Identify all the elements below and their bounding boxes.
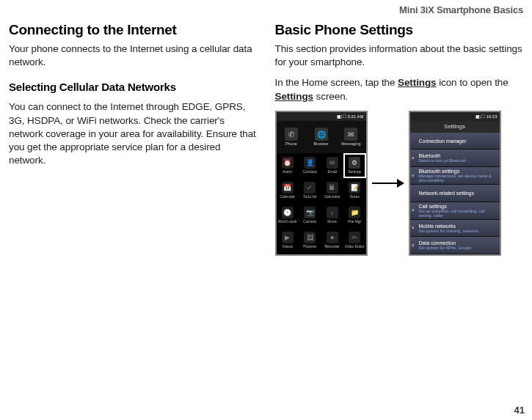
figure-row: 3:21 AM ✆Phone🌐Browser✉Messaging ⏰Alarm👤… — [275, 111, 524, 256]
clock-text: 19:23 — [486, 114, 497, 119]
app-label: Calculator — [324, 194, 340, 199]
app-label: World clock — [278, 219, 297, 224]
settings-keyword: Settings — [398, 77, 436, 88]
right-column: Basic Phone Settings This section provid… — [275, 22, 524, 256]
app-cell[interactable]: 📁File Mgr — [343, 203, 366, 228]
left-column: Connecting to the Internet Your phone co… — [9, 22, 258, 256]
settings-app-icon-highlighted[interactable]: ⚙Settings — [343, 153, 366, 178]
app-cell[interactable]: 📷Camera — [299, 203, 321, 228]
para-cellular-networks: You can connect to the Internet through … — [9, 100, 258, 167]
settings-item[interactable]: Mobile networksSet options for roaming, … — [410, 220, 500, 237]
app-cell[interactable]: 🕑World clock — [277, 203, 299, 228]
app-label: Contacts — [302, 169, 317, 174]
notes-icon: 📝 — [349, 182, 360, 194]
app-label: File Mgr — [348, 219, 361, 224]
world-clock-icon: 🕑 — [282, 207, 294, 218]
app-label: Calendar — [280, 194, 295, 199]
app-label: Alarm — [283, 169, 292, 174]
app-cell[interactable]: 🖼Pictures — [299, 228, 321, 253]
app-label: Messaging — [341, 141, 361, 146]
settings-list: Connection managerBluetoothSelect to tur… — [410, 133, 500, 254]
app-cell[interactable]: ▶Videos — [277, 228, 299, 253]
browser-icon: 🌐 — [315, 128, 328, 141]
app-cell[interactable]: ♪Music — [321, 203, 344, 228]
settings-item[interactable]: Call settingsSet up voicemail, call forw… — [410, 202, 500, 220]
calculator-icon: 🖩 — [327, 182, 338, 194]
recorder-icon: ● — [327, 232, 338, 243]
status-bar: 19:23 — [410, 112, 500, 121]
app-label: Todo list — [303, 194, 316, 199]
signal-icon — [337, 114, 341, 119]
home-top-item[interactable]: ✆Phone — [277, 128, 307, 146]
settings-item-title: Data connection — [419, 240, 497, 246]
app-label: Music — [327, 219, 337, 224]
app-cell[interactable]: ●Recorder — [321, 228, 344, 253]
app-label: Browser — [313, 141, 328, 146]
status-bar: 3:21 AM — [277, 112, 366, 121]
app-label: Pictures — [303, 244, 316, 248]
clock-text: 3:21 AM — [347, 114, 363, 119]
calendar-icon: 📅 — [282, 182, 294, 194]
para-settings-instruction: In the Home screen, tap the Settings ico… — [275, 76, 524, 103]
para-settings-intro: This section provides information about … — [275, 43, 524, 69]
app-cell[interactable]: ✂Video Editor — [343, 228, 366, 253]
settings-item-subtitle: Set options for roaming, networks — [419, 229, 497, 233]
app-cell[interactable]: ⏰Alarm — [277, 153, 299, 178]
text-fragment: icon to open the — [437, 77, 509, 88]
app-cell[interactable]: 🖩Calculator — [321, 178, 344, 203]
app-cell[interactable]: 📅Calendar — [277, 178, 299, 203]
settings-item-title: Call settings — [419, 204, 497, 209]
app-cell[interactable]: 👤Contacts — [299, 153, 321, 178]
messaging-icon: ✉ — [344, 128, 357, 141]
app-label: Video Editor — [345, 244, 365, 248]
settings-item-subtitle: Manage connections, set device name & di… — [419, 174, 497, 183]
settings-item[interactable]: Network-related settings — [410, 185, 500, 202]
app-label: Phone — [285, 141, 297, 146]
home-top-item[interactable]: ✉Messaging — [336, 128, 366, 146]
settings-item[interactable]: Connection manager — [410, 133, 500, 150]
chapter-title: Mini 3iX Smartphone Basics — [399, 4, 523, 15]
settings-item-title: Bluetooth settings — [419, 169, 497, 174]
home-top-row: ✆Phone🌐Browser✉Messaging — [277, 121, 366, 153]
settings-keyword: Settings — [275, 91, 313, 102]
todo-list-icon: ✓ — [304, 182, 316, 194]
settings-item[interactable]: Data connectionSet options for APNs, Gro… — [410, 237, 500, 254]
email-icon: ✉ — [327, 157, 338, 169]
battery-icon — [343, 114, 346, 119]
page-number: 41 — [514, 405, 525, 416]
settings-icon: ⚙ — [349, 157, 360, 169]
settings-item-subtitle: Set options for APNs, Groups — [419, 246, 497, 250]
home-top-item[interactable]: 🌐Browser — [306, 128, 336, 146]
app-cell[interactable]: 📝Notes — [343, 178, 366, 203]
phone-icon: ✆ — [285, 128, 298, 141]
contacts-icon: 👤 — [304, 157, 316, 169]
app-cell[interactable]: ✓Todo list — [299, 178, 321, 203]
settings-item-title: Mobile networks — [419, 224, 497, 229]
settings-item[interactable]: BluetoothSelect to turn on Bluetooth — [410, 150, 500, 167]
file-mgr-icon: 📁 — [349, 207, 360, 218]
battery-icon — [481, 114, 484, 119]
app-label: Camera — [303, 219, 316, 224]
app-label: Settings — [348, 169, 361, 174]
settings-item-subtitle: Set up voicemail, call forwarding, call … — [419, 209, 497, 218]
app-label: Recorder — [324, 244, 340, 248]
app-label: Email — [327, 169, 337, 174]
svg-marker-1 — [397, 179, 404, 188]
camera-icon: 📷 — [304, 207, 316, 218]
signal-icon — [475, 114, 480, 119]
app-label: Videos — [282, 244, 293, 248]
text-fragment: screen. — [313, 91, 348, 102]
settings-screen-mock: 19:23 Settings Connection managerBluetoo… — [409, 111, 501, 256]
videos-icon: ▶ — [282, 232, 294, 243]
home-app-grid: ⏰Alarm👤Contacts✉Email⚙Settings📅Calendar✓… — [277, 153, 366, 254]
app-label: Notes — [350, 194, 360, 199]
app-cell[interactable]: ✉Email — [321, 153, 344, 178]
arrow-icon — [372, 177, 404, 189]
video-editor-icon: ✂ — [349, 232, 360, 243]
heading-phone-settings: Basic Phone Settings — [275, 22, 524, 38]
settings-item[interactable]: Bluetooth settingsManage connections, se… — [410, 167, 500, 185]
settings-item-subtitle: Select to turn on Bluetooth — [419, 158, 497, 163]
settings-title-bar: Settings — [410, 121, 500, 133]
heading-cellular-networks: Selecting Cellular Data Networks — [9, 81, 258, 93]
content-columns: Connecting to the Internet Your phone co… — [9, 0, 523, 256]
